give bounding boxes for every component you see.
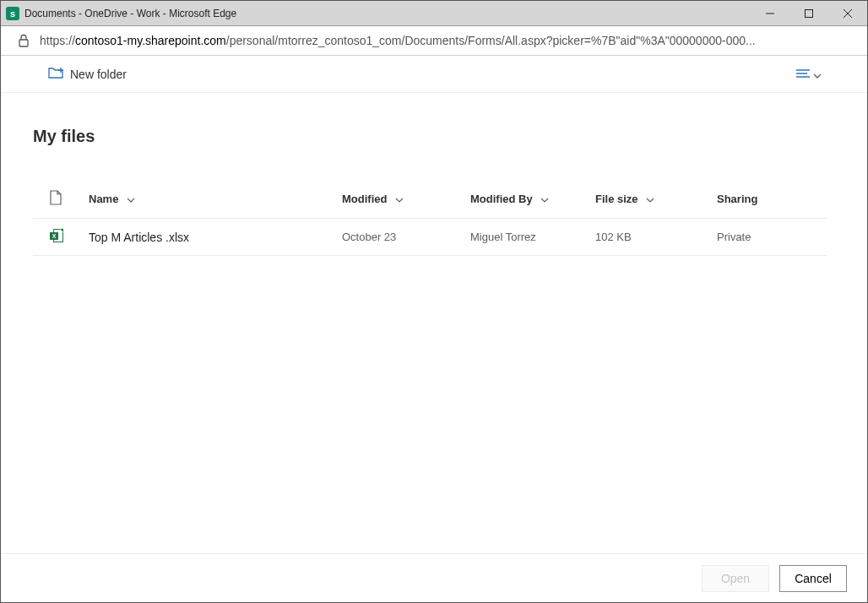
chevron-down-icon bbox=[813, 68, 822, 81]
column-header-sharing-label: Sharing bbox=[717, 193, 757, 205]
chevron-down-icon bbox=[646, 193, 654, 205]
file-sharing-cell: Private bbox=[710, 219, 827, 256]
svg-rect-4 bbox=[19, 40, 28, 46]
column-header-name[interactable]: Name bbox=[82, 180, 335, 219]
chevron-down-icon bbox=[540, 193, 549, 205]
file-modified-by-cell: Miguel Torrez bbox=[464, 219, 589, 256]
column-header-modified-by-label: Modified By bbox=[470, 193, 533, 205]
svg-rect-1 bbox=[806, 9, 813, 17]
address-bar: https://contoso1-my.sharepoint.com/perso… bbox=[1, 26, 867, 56]
column-header-modified[interactable]: Modified bbox=[335, 180, 464, 219]
file-table: Name Modified Modified By bbox=[33, 180, 827, 256]
page-title: My files bbox=[33, 127, 835, 146]
table-header-row: Name Modified Modified By bbox=[33, 180, 827, 219]
url-text[interactable]: https://contoso1-my.sharepoint.com/perso… bbox=[40, 34, 850, 47]
new-folder-icon bbox=[48, 66, 63, 82]
file-size-cell: 102 KB bbox=[589, 219, 710, 256]
cancel-button[interactable]: Cancel bbox=[779, 565, 847, 592]
column-header-name-label: Name bbox=[89, 193, 118, 205]
open-button[interactable]: Open bbox=[702, 565, 769, 592]
column-header-modified-by[interactable]: Modified By bbox=[464, 180, 589, 219]
chevron-down-icon bbox=[127, 193, 135, 205]
command-toolbar: New folder bbox=[1, 56, 867, 93]
column-header-file-size-label: File size bbox=[595, 193, 638, 205]
table-row[interactable]: X Top M Articles .xlsx October 23 Miguel… bbox=[33, 219, 827, 256]
file-icon-cell: X bbox=[33, 219, 82, 256]
new-folder-label: New folder bbox=[70, 68, 127, 81]
maximize-button[interactable] bbox=[789, 1, 828, 26]
column-header-modified-label: Modified bbox=[342, 193, 387, 205]
view-options-button[interactable] bbox=[791, 62, 827, 86]
page-body[interactable]: My files Name Mod bbox=[1, 93, 867, 553]
column-header-icon bbox=[33, 180, 82, 219]
minimize-button[interactable] bbox=[751, 1, 789, 26]
chevron-down-icon bbox=[395, 193, 404, 205]
file-modified-cell: October 23 bbox=[335, 219, 464, 256]
url-prefix: https:// bbox=[40, 34, 75, 47]
lock-icon bbox=[18, 34, 30, 47]
document-icon bbox=[50, 195, 62, 208]
new-folder-button[interactable]: New folder bbox=[41, 61, 133, 87]
close-button[interactable] bbox=[828, 1, 867, 26]
url-host: contoso1-my.sharepoint.com bbox=[75, 34, 226, 47]
dialog-footer: Open Cancel bbox=[1, 553, 867, 602]
excel-icon: X bbox=[50, 229, 63, 242]
window-title: Documents - OneDrive - Work - Microsoft … bbox=[24, 8, 751, 19]
window-titlebar: s Documents - OneDrive - Work - Microsof… bbox=[1, 1, 867, 26]
view-list-icon bbox=[796, 68, 810, 81]
file-name-cell[interactable]: Top M Articles .xlsx bbox=[82, 219, 335, 256]
url-path: /personal/mtorrez_contoso1_com/Documents… bbox=[226, 34, 756, 47]
column-header-file-size[interactable]: File size bbox=[589, 180, 710, 219]
sharepoint-icon: s bbox=[6, 7, 19, 20]
column-header-sharing[interactable]: Sharing bbox=[710, 180, 827, 219]
